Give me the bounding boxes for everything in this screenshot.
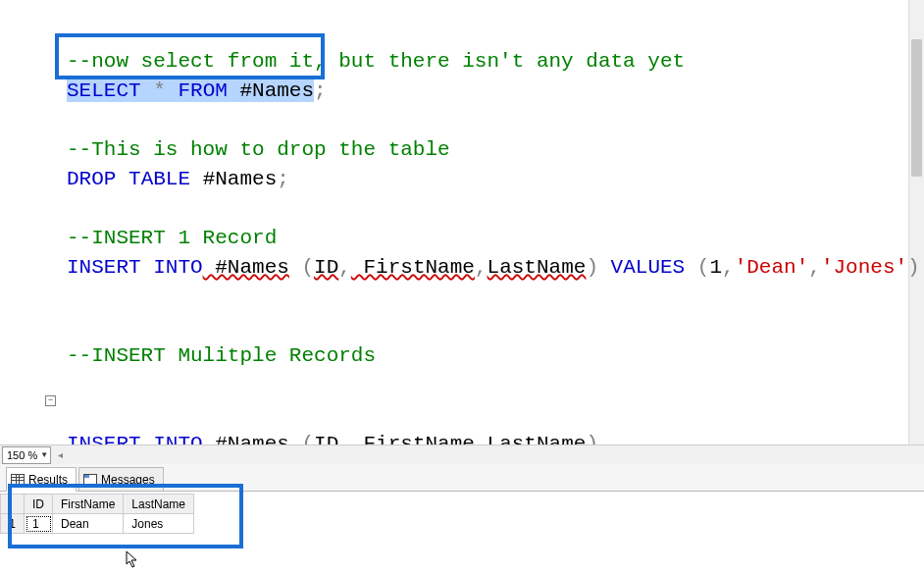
sql-identifier: #Names — [203, 256, 289, 279]
table-row[interactable]: 1 1 Dean Jones — [1, 514, 194, 534]
tab-results[interactable]: Results — [6, 467, 77, 492]
sql-keyword: SELECT — [67, 79, 141, 102]
sql-paren: ) — [907, 256, 920, 279]
column-header[interactable]: LastName — [124, 495, 194, 514]
sql-column: FirstName — [351, 256, 475, 279]
column-header[interactable]: FirstName — [53, 495, 124, 514]
sql-column: LastName — [488, 256, 587, 279]
sql-semicolon: ; — [314, 79, 327, 102]
fold-toggle-icon[interactable] — [45, 395, 56, 406]
sql-comment: --now select from it, but there isn't an… — [67, 50, 685, 73]
sql-identifier: #Names — [203, 433, 289, 444]
sql-comment: --INSERT 1 Record — [67, 227, 277, 249]
sql-comma: , — [808, 256, 821, 279]
grid-icon — [11, 474, 25, 486]
sql-comma: , — [338, 256, 351, 279]
sql-keyword: DROP — [67, 168, 116, 190]
results-pane: ID FirstName LastName 1 1 Dean Jones — [0, 492, 924, 574]
results-grid[interactable]: ID FirstName LastName 1 1 Dean Jones — [0, 494, 194, 534]
sql-keyword: INTO — [141, 256, 203, 279]
code-fold-gutter — [43, 0, 63, 444]
sql-comma: , — [475, 256, 488, 279]
sql-comma: , — [475, 433, 488, 444]
code-editor[interactable]: --now select from it, but there isn't an… — [0, 0, 924, 444]
sql-paren: ( — [289, 433, 314, 444]
sql-identifier: #Names — [228, 79, 314, 102]
sql-identifier: #Names — [190, 168, 277, 190]
table-cell[interactable]: Jones — [124, 514, 194, 534]
row-number[interactable]: 1 — [1, 514, 25, 534]
sql-keyword: INSERT — [67, 256, 141, 279]
sql-column: ID — [314, 433, 338, 444]
sql-comma: , — [722, 256, 735, 279]
sql-comma: , — [338, 433, 351, 444]
sql-keyword: VALUES — [598, 256, 697, 279]
tab-label: Messages — [101, 473, 155, 487]
zoom-value: 150 % — [7, 449, 37, 461]
sql-column: FirstName — [351, 433, 475, 444]
scroll-left-icon[interactable]: ◂ — [53, 449, 68, 460]
results-tabs: Results Messages — [0, 464, 924, 492]
message-icon — [83, 474, 97, 486]
sql-number: 1 — [709, 256, 722, 279]
sql-paren: ) — [586, 256, 598, 279]
tab-messages[interactable]: Messages — [78, 467, 164, 492]
sql-paren: ) — [586, 433, 598, 444]
zoom-dropdown[interactable]: 150 % ▼ — [2, 446, 51, 464]
table-corner[interactable] — [1, 495, 25, 514]
sql-keyword: TABLE — [116, 168, 190, 190]
sql-string: 'Dean' — [735, 256, 809, 279]
code-content[interactable]: --now select from it, but there isn't an… — [67, 18, 920, 444]
sql-keyword: INTO — [141, 433, 203, 444]
sql-paren: ( — [697, 256, 710, 279]
sql-comment: --INSERT Mulitple Records — [67, 344, 376, 367]
table-header-row: ID FirstName LastName — [1, 495, 194, 514]
sql-comment: --This is how to drop the table — [67, 138, 450, 161]
sql-string: 'Jones' — [821, 256, 907, 279]
zoom-bar: 150 % ▼ ◂ — [0, 444, 924, 464]
sql-column: LastName — [488, 433, 587, 444]
tab-label: Results — [28, 473, 68, 487]
table-cell[interactable]: Dean — [53, 514, 124, 534]
sql-keyword: FROM — [178, 79, 227, 102]
sql-paren: ( — [289, 256, 314, 279]
chevron-down-icon: ▼ — [40, 450, 48, 459]
sql-semicolon: ; — [277, 168, 289, 190]
sql-column: ID — [314, 256, 338, 279]
sql-token: * — [141, 79, 179, 102]
column-header[interactable]: ID — [25, 495, 53, 514]
sql-keyword: INSERT — [67, 433, 141, 444]
table-cell[interactable]: 1 — [25, 514, 53, 534]
